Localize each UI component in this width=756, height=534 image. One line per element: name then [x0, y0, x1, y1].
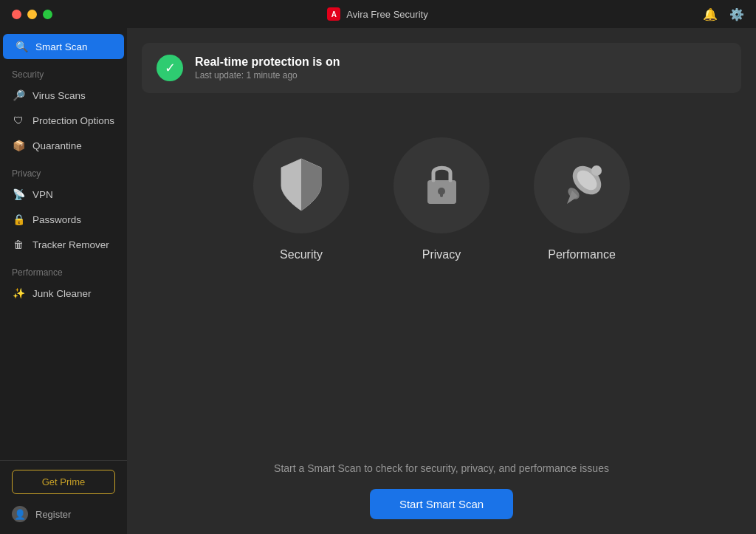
svg-rect-3 [440, 191, 443, 197]
sidebar-item-protection-options[interactable]: 🛡 Protection Options [0, 108, 127, 133]
avira-logo: A [327, 7, 340, 21]
notification-icon[interactable]: 🔔 [703, 7, 718, 21]
sidebar: 🔍 Smart Scan Security 🔎 Virus Scans 🛡 Pr… [0, 28, 127, 534]
user-avatar: 👤 [12, 506, 28, 522]
close-button[interactable] [12, 10, 21, 19]
security-label: Security [280, 248, 323, 261]
minimize-button[interactable] [27, 10, 37, 19]
sidebar-item-virus-scans[interactable]: 🔎 Virus Scans [0, 83, 127, 108]
titlebar: A Avira Free Security 🔔 ⚙️ [0, 0, 756, 28]
titlebar-actions: 🔔 ⚙️ [703, 7, 744, 21]
virus-scans-icon: 🔎 [12, 89, 25, 101]
status-text: Real-time protection is on Last update: … [195, 55, 340, 81]
settings-icon[interactable]: ⚙️ [729, 7, 744, 21]
bottom-section: Start a Smart Scan to check for security… [142, 462, 741, 519]
register-item[interactable]: 👤 Register [12, 503, 115, 525]
status-title: Real-time protection is on [195, 55, 340, 69]
sidebar-nav: 🔍 Smart Scan Security 🔎 Virus Scans 🛡 Pr… [0, 28, 127, 460]
app-title: Avira Free Security [346, 9, 427, 20]
protection-options-icon: 🛡 [12, 114, 25, 126]
tracker-remover-icon: 🗑 [12, 239, 25, 250]
sidebar-item-junk-cleaner[interactable]: ✨ Junk Cleaner [0, 281, 127, 306]
status-subtitle: Last update: 1 minute ago [195, 70, 340, 81]
lock-icon [422, 160, 462, 211]
sidebar-section-performance: Performance [0, 257, 127, 281]
register-label: Register [35, 509, 71, 520]
performance-card-icon [534, 137, 630, 233]
main-content: ✓ Real-time protection is on Last update… [127, 28, 756, 534]
rocket-icon [556, 160, 608, 211]
get-prime-button[interactable]: Get Prime [12, 470, 115, 494]
smart-scan-icon: 🔍 [15, 41, 28, 52]
privacy-label: Privacy [422, 248, 461, 261]
status-icon: ✓ [157, 55, 183, 81]
sidebar-section-security: Security [0, 59, 127, 83]
feature-card-security[interactable]: Security [253, 137, 349, 261]
sidebar-item-vpn[interactable]: 📡 VPN [0, 182, 127, 207]
start-smart-scan-button[interactable]: Start Smart Scan [370, 489, 513, 519]
junk-cleaner-icon: ✨ [12, 287, 25, 299]
passwords-icon: 🔒 [12, 213, 25, 225]
feature-card-privacy[interactable]: Privacy [394, 137, 489, 261]
maximize-button[interactable] [43, 10, 52, 19]
feature-card-performance[interactable]: Performance [534, 137, 630, 261]
vpn-icon: 📡 [12, 188, 25, 200]
sidebar-item-tracker-remover[interactable]: 🗑 Tracker Remover [0, 232, 127, 257]
svg-point-6 [591, 165, 602, 176]
sidebar-item-smart-scan[interactable]: 🔍 Smart Scan [3, 34, 124, 59]
app-body: 🔍 Smart Scan Security 🔎 Virus Scans 🛡 Pr… [0, 28, 756, 534]
sidebar-section-privacy: Privacy [0, 158, 127, 182]
status-bar: ✓ Real-time protection is on Last update… [142, 43, 741, 93]
sidebar-bottom: Get Prime 👤 Register [0, 460, 127, 534]
scan-description: Start a Smart Scan to check for security… [274, 462, 609, 474]
performance-label: Performance [548, 248, 616, 261]
quarantine-icon: 📦 [12, 140, 25, 151]
sidebar-item-passwords[interactable]: 🔒 Passwords [0, 207, 127, 232]
privacy-card-icon [394, 137, 489, 233]
shield-icon [275, 156, 327, 215]
feature-cards: Security Privacy [142, 137, 741, 261]
window-controls [12, 10, 52, 19]
sidebar-item-quarantine[interactable]: 📦 Quarantine [0, 133, 127, 158]
security-card-icon [253, 137, 349, 233]
app-title-area: A Avira Free Security [327, 7, 427, 21]
